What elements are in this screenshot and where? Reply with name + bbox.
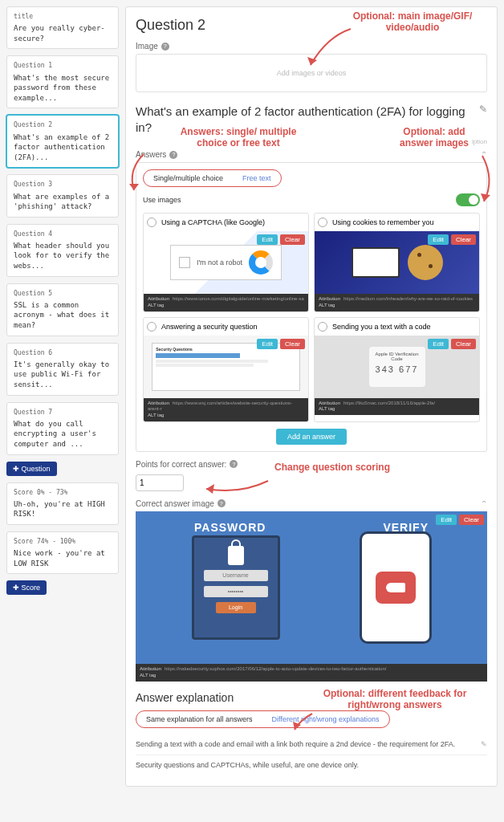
card-label: Question 7 bbox=[14, 408, 112, 417]
chevron-up-icon[interactable]: ⌃ bbox=[481, 499, 487, 508]
help-icon[interactable]: ? bbox=[161, 43, 169, 51]
main-panel: Optional: main image/GIF/ video/audio An… bbox=[125, 6, 498, 787]
answers-section: Single/multiple choice Free text Use ima… bbox=[136, 162, 487, 452]
answer-text-input[interactable] bbox=[160, 321, 305, 332]
sidebar-question-7[interactable]: Question 7 What do you call encrypting a… bbox=[6, 402, 119, 455]
explanation-tabs: Same explanation for all answers Differe… bbox=[136, 710, 390, 728]
correct-answer-image-section: Edit Clear PASSWORD VERIFY Username ••••… bbox=[136, 511, 487, 682]
pencil-icon[interactable]: ✎ bbox=[479, 104, 487, 116]
radio-button[interactable] bbox=[318, 322, 327, 332]
answer-text-input[interactable] bbox=[160, 217, 305, 228]
clear-button[interactable]: Clear bbox=[280, 339, 305, 349]
card-label: Question 5 bbox=[14, 289, 112, 298]
login-screen-icon: Username •••••••• Login bbox=[192, 535, 280, 640]
answer-option-3: Edit Clear Security Questions Attributio… bbox=[143, 317, 309, 422]
card-label: Score 0% - 73% bbox=[14, 488, 112, 497]
cookie-icon bbox=[408, 245, 443, 280]
radio-button[interactable] bbox=[147, 322, 156, 332]
captcha-icon: I'm not a robot bbox=[170, 245, 282, 280]
card-text: SSL is a common acronym - what does it m… bbox=[14, 300, 112, 331]
add-question-button[interactable]: ✚ Question bbox=[6, 462, 57, 476]
edit-button[interactable]: Edit bbox=[257, 234, 278, 245]
attribution-bar: Attributionhttps://9to5mac.com/2018/11/1… bbox=[315, 398, 479, 416]
answer-type-tabs: Single/multiple choice Free text bbox=[143, 169, 282, 187]
add-score-button[interactable]: ✚ Score bbox=[6, 580, 47, 595]
pencil-icon[interactable]: ✎ bbox=[481, 739, 487, 751]
correct-answer-image[interactable]: Edit Clear PASSWORD VERIFY Username ••••… bbox=[136, 511, 487, 664]
key-icon bbox=[386, 583, 405, 592]
sidebar-question-2[interactable]: Question 2 What's an example of 2 factor… bbox=[6, 115, 119, 168]
answer-option-2: Edit Clear Attributionhttps://medium.com… bbox=[314, 213, 480, 312]
explanation-line[interactable]: ✎ Sending a text with a code and email w… bbox=[136, 735, 487, 756]
card-label: Score 74% - 100% bbox=[14, 537, 112, 546]
question-title: Question 2 bbox=[136, 17, 487, 34]
question-text: ✎ What's an example of 2 factor authenti… bbox=[136, 104, 487, 135]
help-icon[interactable]: ? bbox=[169, 151, 177, 159]
answer-grid: Edit Clear I'm not a robot Attributionht… bbox=[143, 213, 480, 422]
card-label: Question 6 bbox=[14, 348, 112, 357]
use-images-label: Use images bbox=[143, 196, 181, 204]
sidebar-question-1[interactable]: Question 1 What's the most secure passwo… bbox=[6, 55, 119, 108]
use-images-toggle[interactable] bbox=[456, 193, 480, 206]
points-input[interactable] bbox=[136, 474, 184, 491]
card-text: Uh-oh, you're at HIGH RISK! bbox=[14, 499, 112, 519]
card-text: What do you call encrypting a user's com… bbox=[14, 419, 112, 450]
tab-diff-explanation[interactable]: Different right/wrong explanations bbox=[262, 711, 389, 727]
password-label: PASSWORD bbox=[194, 521, 266, 534]
sidebar-question-6[interactable]: Question 6 It's generally okay to use pu… bbox=[6, 343, 119, 396]
answer-image[interactable]: Edit Clear Apple ID Verification Code 34… bbox=[315, 336, 479, 398]
clear-button[interactable]: Clear bbox=[280, 234, 305, 245]
image-field-label: Image ? bbox=[136, 42, 487, 51]
answer-explanation-section: Optional: different feedback for right/w… bbox=[136, 691, 487, 776]
tab-same-explanation[interactable]: Same explanation for all answers bbox=[136, 711, 262, 727]
edit-button[interactable]: Edit bbox=[428, 339, 449, 349]
verification-code-icon: Apple ID Verification Code 343 677 bbox=[369, 347, 425, 387]
attribution-bar: Attributionhttps://medium.com/inheaden/w… bbox=[315, 294, 479, 311]
radio-button[interactable] bbox=[147, 218, 156, 227]
radio-button[interactable] bbox=[318, 218, 327, 227]
card-label: Question 4 bbox=[14, 230, 112, 238]
add-answer-button[interactable]: Add an answer bbox=[276, 429, 347, 445]
clear-button[interactable]: Clear bbox=[451, 234, 476, 245]
sidebar-question-3[interactable]: Question 3 What are examples of a 'phish… bbox=[6, 174, 119, 217]
card-label: title bbox=[14, 12, 112, 21]
sidebar-question-5[interactable]: Question 5 SSL is a common acronym - wha… bbox=[6, 283, 119, 336]
card-text: What header should you look for to verif… bbox=[14, 241, 112, 271]
security-questions-icon: Security Questions bbox=[152, 343, 300, 391]
answer-text-input[interactable] bbox=[331, 321, 476, 332]
tab-choice[interactable]: Single/multiple choice bbox=[144, 170, 233, 186]
attribution-bar: Attributionhttps://www.wsj.com/articles/… bbox=[144, 398, 308, 421]
laptop-icon bbox=[352, 247, 400, 278]
card-label: Question 3 bbox=[14, 180, 112, 189]
card-label: Question 1 bbox=[14, 61, 112, 70]
media-dropzone[interactable]: Add images or videos bbox=[136, 54, 487, 92]
tab-free-text[interactable]: Free text bbox=[233, 170, 281, 186]
sidebar-score-1[interactable]: Score 74% - 100% Nice work - you're at L… bbox=[6, 531, 119, 574]
sidebar: title Are you really cyber-secure? Quest… bbox=[6, 6, 119, 787]
clear-button[interactable]: Clear bbox=[451, 339, 476, 349]
points-label: Points for correct answer: ? bbox=[136, 460, 487, 469]
help-icon[interactable]: ? bbox=[230, 460, 238, 468]
lock-icon bbox=[228, 546, 244, 565]
correct-image-label: Correct answer image ? ⌃ bbox=[136, 499, 487, 508]
answer-image[interactable]: Edit Clear bbox=[315, 231, 479, 294]
edit-button[interactable]: Edit bbox=[428, 234, 449, 245]
help-icon[interactable]: ? bbox=[217, 499, 226, 507]
card-text: What's an example of 2 factor authentica… bbox=[14, 132, 112, 163]
use-images-row: Use images bbox=[143, 193, 480, 206]
card-text: Nice work - you're at LOW RISK bbox=[14, 548, 112, 568]
explanation-title: Answer explanation bbox=[136, 691, 487, 704]
edit-button[interactable]: Edit bbox=[257, 339, 278, 349]
sidebar-question-4[interactable]: Question 4 What header should you look f… bbox=[6, 224, 119, 277]
card-text: What are examples of a 'phishing' attack… bbox=[14, 192, 112, 212]
sidebar-score-0[interactable]: Score 0% - 73% Uh-oh, you're at HIGH RIS… bbox=[6, 482, 119, 525]
sidebar-title-card[interactable]: title Are you really cyber-secure? bbox=[6, 6, 119, 49]
answer-image[interactable]: Edit Clear Security Questions bbox=[144, 336, 308, 398]
explanation-line[interactable]: Security questions and CAPTCHAs, while u… bbox=[136, 755, 487, 776]
answer-text-input[interactable] bbox=[331, 217, 476, 228]
card-text: Are you really cyber-secure? bbox=[14, 23, 112, 43]
answer-image[interactable]: Edit Clear I'm not a robot bbox=[144, 231, 308, 294]
phone-icon bbox=[360, 531, 432, 644]
chevron-up-icon[interactable]: ⌃ bbox=[481, 150, 487, 159]
card-text: What's the most secure password from the… bbox=[14, 73, 112, 104]
